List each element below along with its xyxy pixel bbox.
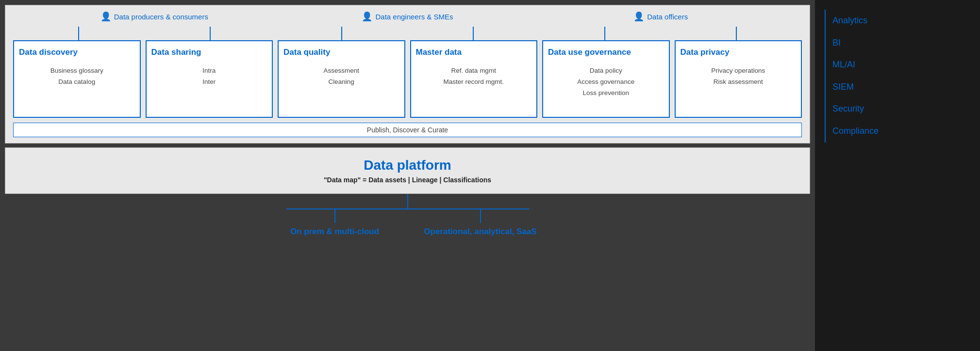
card-items-sharing: Intra Inter bbox=[151, 65, 267, 88]
card-item-privacy-1: Privacy operations bbox=[681, 65, 797, 77]
sidebar-label-siem: SIEM bbox=[832, 82, 854, 92]
sidebar-item-mlai: ML/AI bbox=[825, 54, 970, 76]
conn-group-2 bbox=[276, 27, 539, 40]
platform-title: Data platform bbox=[13, 158, 802, 173]
card-title-privacy: Data privacy bbox=[681, 47, 797, 58]
card-item-master-2: Master record mgmt. bbox=[416, 77, 532, 88]
card-title-quality: Data quality bbox=[283, 47, 399, 58]
data-platform-section: Data platform "Data map" = Data assets |… bbox=[5, 147, 810, 194]
card-items-privacy: Privacy operations Risk assessment bbox=[681, 65, 797, 88]
card-title-master: Master data bbox=[416, 47, 532, 58]
conn-line-6 bbox=[736, 27, 737, 40]
card-items-governance: Data policy Access governance Loss preve… bbox=[548, 65, 664, 99]
persona-group-1: 👤 Data producers & consumers bbox=[28, 11, 281, 22]
branch-left: On prem & multi-cloud bbox=[262, 208, 408, 237]
person-icon-2: 👤 bbox=[362, 11, 372, 22]
main-content: 👤 Data producers & consumers 👤 Data engi… bbox=[0, 0, 815, 351]
card-item-quality-2: Cleaning bbox=[283, 77, 399, 88]
person-icon-3: 👤 bbox=[633, 11, 644, 22]
conn-group-3 bbox=[539, 27, 802, 40]
sidebar-label-bi: BI bbox=[832, 38, 841, 48]
publish-bar-label: Publish, Discover & Curate bbox=[367, 126, 448, 134]
card-items-discovery: Business glossary Data catalog bbox=[19, 65, 135, 88]
platform-subtitle: "Data map" = Data assets | Lineage | Cla… bbox=[13, 176, 802, 184]
horizontal-line bbox=[286, 208, 529, 209]
card-data-discovery: Data discovery Business glossary Data ca… bbox=[13, 40, 141, 118]
sidebar-label-compliance: Compliance bbox=[832, 126, 879, 136]
card-item-discovery-2: Data catalog bbox=[19, 77, 135, 88]
branch-label-right: Operational, analytical, SaaS bbox=[424, 227, 536, 237]
persona-3: 👤 Data officers bbox=[633, 11, 688, 22]
branch-right: Operational, analytical, SaaS bbox=[408, 208, 553, 237]
sidebar-item-bi: BI bbox=[825, 32, 970, 54]
bottom-section: On prem & multi-cloud Operational, analy… bbox=[5, 194, 810, 241]
card-data-use-governance: Data use governance Data policy Access g… bbox=[542, 40, 670, 118]
sidebar-label-mlai: ML/AI bbox=[832, 60, 855, 69]
card-item-sharing-1: Intra bbox=[151, 65, 267, 77]
persona-1: 👤 Data producers & consumers bbox=[100, 11, 208, 22]
personas-row: 👤 Data producers & consumers 👤 Data engi… bbox=[13, 11, 802, 22]
publish-bar: Publish, Discover & Curate bbox=[13, 123, 802, 137]
card-item-governance-3: Loss prevention bbox=[548, 88, 664, 99]
card-master-data: Master data Ref. data mgmt Master record… bbox=[410, 40, 538, 118]
branch-container: On prem & multi-cloud Operational, analy… bbox=[262, 208, 553, 237]
card-item-quality-1: Assessment bbox=[283, 65, 399, 77]
conn-line-2 bbox=[210, 27, 211, 40]
persona-label-2: Data engineers & SMEs bbox=[375, 13, 453, 21]
top-section: 👤 Data producers & consumers 👤 Data engi… bbox=[5, 5, 810, 144]
vertical-line-top bbox=[407, 194, 408, 208]
card-title-governance: Data use governance bbox=[548, 47, 664, 58]
sidebar-item-compliance: Compliance bbox=[825, 120, 970, 143]
sidebar-label-security: Security bbox=[832, 104, 864, 113]
card-item-governance-2: Access governance bbox=[548, 77, 664, 88]
card-item-discovery-1: Business glossary bbox=[19, 65, 135, 77]
branch-label-left: On prem & multi-cloud bbox=[290, 227, 379, 237]
branch-line-left bbox=[334, 208, 335, 223]
branch-line-right bbox=[480, 208, 481, 223]
right-sidebar: Analytics BI ML/AI SIEM Security Complia… bbox=[815, 0, 980, 351]
cards-row: Data discovery Business glossary Data ca… bbox=[13, 40, 802, 118]
persona-group-3: 👤 Data officers bbox=[534, 11, 787, 22]
card-title-sharing: Data sharing bbox=[151, 47, 267, 58]
sidebar-label-analytics: Analytics bbox=[832, 16, 867, 25]
conn-group-1 bbox=[13, 27, 276, 40]
card-items-quality: Assessment Cleaning bbox=[283, 65, 399, 88]
card-data-sharing: Data sharing Intra Inter bbox=[146, 40, 273, 118]
card-items-master: Ref. data mgmt Master record mgmt. bbox=[416, 65, 532, 88]
card-item-sharing-2: Inter bbox=[151, 77, 267, 88]
conn-line-5 bbox=[604, 27, 605, 40]
connector-lines bbox=[13, 27, 802, 40]
sidebar-item-siem: SIEM bbox=[825, 76, 970, 98]
persona-label-1: Data producers & consumers bbox=[114, 13, 208, 21]
person-icon-1: 👤 bbox=[100, 11, 111, 22]
persona-group-2: 👤 Data engineers & SMEs bbox=[281, 11, 534, 22]
conn-line-4 bbox=[473, 27, 474, 40]
persona-label-3: Data officers bbox=[647, 13, 688, 21]
card-item-master-1: Ref. data mgmt bbox=[416, 65, 532, 77]
card-item-privacy-2: Risk assessment bbox=[681, 77, 797, 88]
conn-line-3 bbox=[341, 27, 342, 40]
card-data-privacy: Data privacy Privacy operations Risk ass… bbox=[675, 40, 802, 118]
conn-line-1 bbox=[78, 27, 79, 40]
sidebar-item-analytics: Analytics bbox=[825, 10, 970, 32]
persona-2: 👤 Data engineers & SMEs bbox=[362, 11, 453, 22]
sidebar-item-security: Security bbox=[825, 98, 970, 120]
card-item-governance-1: Data policy bbox=[548, 65, 664, 77]
card-title-discovery: Data discovery bbox=[19, 47, 135, 58]
card-data-quality: Data quality Assessment Cleaning bbox=[278, 40, 405, 118]
